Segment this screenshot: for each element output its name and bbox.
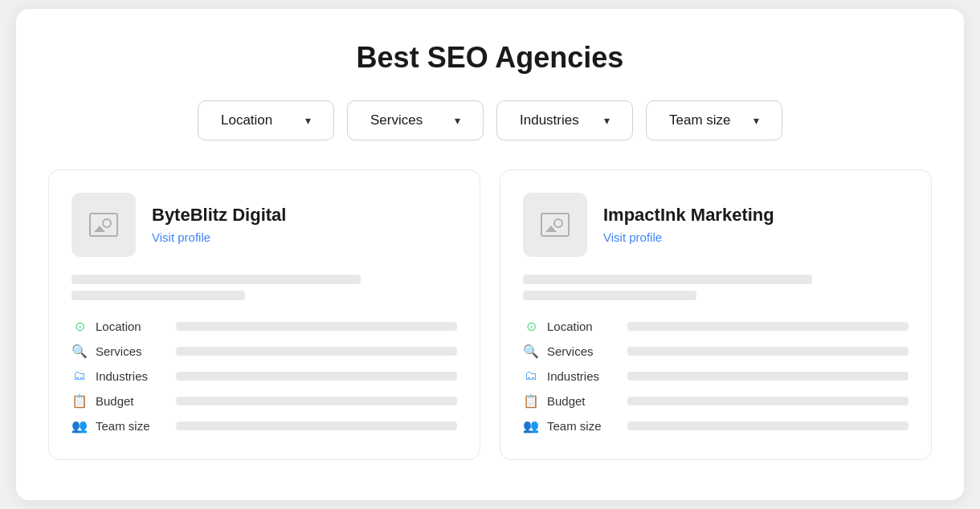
chevron-down-icon: ▾ xyxy=(753,114,759,127)
description-skeleton-4 xyxy=(523,291,696,300)
card-header-2: ImpactInk Marketing Visit profile xyxy=(523,193,909,257)
meta-label-budget-1: Budget xyxy=(96,394,168,408)
meta-bar-teamsize-2 xyxy=(627,421,909,430)
teamsize-icon: 👥 xyxy=(71,417,88,434)
filter-teamsize[interactable]: Team size ▾ xyxy=(646,100,782,140)
meta-row-budget-2: 📋 Budget xyxy=(523,393,909,409)
filter-teamsize-label: Team size xyxy=(669,112,731,128)
page-container: Best SEO Agencies Location ▾ Services ▾ … xyxy=(16,9,964,500)
meta-row-industries-1: 🗂 Industries xyxy=(71,368,457,384)
card-title-group-2: ImpactInk Marketing Visit profile xyxy=(603,205,774,245)
chevron-down-icon: ▾ xyxy=(604,114,610,127)
agency-name-2: ImpactInk Marketing xyxy=(603,205,774,226)
meta-label-industries-1: Industries xyxy=(96,369,168,383)
services-icon: 🔍 xyxy=(523,343,539,359)
meta-row-location-1: ⊙ Location xyxy=(71,318,457,334)
agency-card-1: ByteBlitz Digital Visit profile ⊙ Locati… xyxy=(48,169,480,460)
meta-bar-budget-2 xyxy=(627,397,909,405)
meta-label-location-1: Location xyxy=(96,320,168,333)
meta-bar-teamsize-1 xyxy=(176,421,457,430)
meta-label-industries-2: Industries xyxy=(547,369,619,383)
meta-bar-budget-1 xyxy=(176,397,457,405)
image-placeholder-icon xyxy=(89,213,118,237)
meta-row-location-2: ⊙ Location xyxy=(523,318,909,334)
meta-row-services-2: 🔍 Services xyxy=(523,343,909,359)
meta-bar-location-2 xyxy=(627,322,909,331)
description-skeleton-1 xyxy=(71,275,361,284)
meta-row-budget-1: 📋 Budget xyxy=(71,393,457,409)
meta-label-services-2: Services xyxy=(547,344,619,358)
meta-bar-services-2 xyxy=(627,347,909,356)
meta-row-teamsize-1: 👥 Team size xyxy=(71,417,457,434)
description-skeleton-3 xyxy=(523,275,812,284)
meta-bar-industries-2 xyxy=(627,372,909,381)
filter-industries-label: Industries xyxy=(520,112,579,128)
meta-bar-industries-1 xyxy=(176,372,457,381)
meta-bar-services-1 xyxy=(176,347,457,356)
description-skeleton-2 xyxy=(71,291,245,300)
industries-icon: 🗂 xyxy=(523,368,539,384)
card-description-2 xyxy=(523,275,909,300)
card-description-1 xyxy=(71,275,457,300)
meta-row-teamsize-2: 👥 Team size xyxy=(523,417,909,434)
card-meta-2: ⊙ Location 🔍 Services 🗂 Industries 📋 Bud xyxy=(523,318,909,434)
cards-grid: ByteBlitz Digital Visit profile ⊙ Locati… xyxy=(48,169,932,460)
meta-row-services-1: 🔍 Services xyxy=(71,343,457,359)
meta-label-services-1: Services xyxy=(96,344,168,358)
filter-services-label: Services xyxy=(370,112,423,128)
chevron-down-icon: ▾ xyxy=(305,114,311,127)
agency-card-2: ImpactInk Marketing Visit profile ⊙ Loca… xyxy=(500,169,932,460)
meta-bar-location-1 xyxy=(176,322,457,331)
visit-profile-link-1[interactable]: Visit profile xyxy=(152,230,210,244)
filters-bar: Location ▾ Services ▾ Industries ▾ Team … xyxy=(48,100,932,140)
card-meta-1: ⊙ Location 🔍 Services 🗂 Industries 📋 Bud xyxy=(71,318,457,434)
meta-label-location-2: Location xyxy=(547,320,619,333)
meta-label-teamsize-1: Team size xyxy=(96,419,168,433)
teamsize-icon: 👥 xyxy=(523,417,539,434)
budget-icon: 📋 xyxy=(71,393,88,409)
industries-icon: 🗂 xyxy=(71,368,88,384)
card-title-group-1: ByteBlitz Digital Visit profile xyxy=(152,205,286,245)
chevron-down-icon: ▾ xyxy=(455,114,460,127)
visit-profile-link-2[interactable]: Visit profile xyxy=(603,230,662,244)
card-header-1: ByteBlitz Digital Visit profile xyxy=(71,193,457,257)
meta-label-teamsize-2: Team size xyxy=(547,419,619,433)
page-title: Best SEO Agencies xyxy=(48,41,932,75)
agency-logo-2 xyxy=(523,193,587,257)
filter-industries[interactable]: Industries ▾ xyxy=(496,100,633,140)
filter-location-label: Location xyxy=(221,112,272,128)
filter-services[interactable]: Services ▾ xyxy=(347,100,484,140)
budget-icon: 📋 xyxy=(523,393,539,409)
location-icon: ⊙ xyxy=(523,318,539,334)
location-icon: ⊙ xyxy=(71,318,88,334)
services-icon: 🔍 xyxy=(71,343,88,359)
meta-label-budget-2: Budget xyxy=(547,394,619,408)
agency-logo-1 xyxy=(71,193,136,257)
filter-location[interactable]: Location ▾ xyxy=(198,100,334,140)
meta-row-industries-2: 🗂 Industries xyxy=(523,368,909,384)
image-placeholder-icon xyxy=(541,213,570,237)
agency-name-1: ByteBlitz Digital xyxy=(152,205,286,226)
